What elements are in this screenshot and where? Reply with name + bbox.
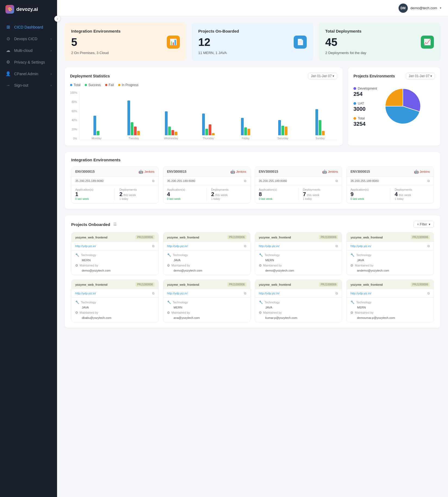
stat-card-icon: 📊: [167, 36, 180, 49]
sidebar-item-devops-cicd[interactable]: ⊙ Devops CICD ›: [0, 33, 57, 45]
stat-card-sub: 2 On Premises, 3 Cloud: [71, 51, 180, 55]
project-tech-value: JAVA: [82, 306, 89, 309]
project-details: 🔧 Technology MERN ⊙ Maintained by demoum…: [347, 298, 434, 322]
project-maintainer-value-row: demoumar.p@yozytech.com: [350, 316, 430, 319]
projects-env-date-range[interactable]: Jan 01-Jan 07 ▾: [406, 73, 435, 79]
project-tech-row: 🔧 Technology: [350, 300, 430, 304]
env-stat-deployments: Deployments 2 this week 1 today: [119, 188, 154, 200]
user-email: demo@tech.com: [411, 6, 437, 10]
project-url: http://ydp.yiz.in/: [75, 292, 96, 295]
project-card-6: yozyme_web_frontend PRJ1000006 http://yd…: [255, 279, 342, 322]
project-name: yozyme_web_frontend: [75, 283, 108, 286]
project-maintainer-value: kumar.p@yozytech.com: [265, 316, 297, 319]
copy-icon[interactable]: ⧉: [244, 179, 246, 183]
bar: [285, 127, 287, 135]
env-jenkins: 🤖 Jenkins: [414, 169, 430, 174]
copy-icon[interactable]: ⧉: [427, 179, 430, 183]
projects-grid: yozyme_web_frontend PRJ1000006 http://yd…: [71, 232, 434, 322]
bar-group-sunday: Sunday: [303, 109, 337, 140]
sidebar-item-cpanel-admin[interactable]: 👤 CPanel Admin ›: [0, 68, 57, 80]
bar: [315, 109, 318, 135]
copy-icon[interactable]: ⧉: [336, 179, 338, 183]
project-tech-value: MERN: [357, 306, 366, 309]
jenkins-icon: 🤖: [139, 169, 143, 174]
copy-icon[interactable]: ⧉: [336, 291, 338, 295]
project-tech-row: 🔧 Technology: [167, 253, 246, 257]
sidebar-item-cicd-dashboard[interactable]: ⊞ CICD Dashboard: [0, 21, 57, 33]
copy-icon[interactable]: ⧉: [152, 291, 155, 295]
project-maintainer-value: demoumar.p@yozytech.com: [357, 316, 395, 319]
env-stats: Application(s) 8 0 last week Deployments…: [255, 185, 342, 203]
maintainer-icon: ⊙: [167, 263, 170, 267]
project-tech-value-row: JAVA: [75, 306, 155, 309]
sidebar-icon-privacy-settings: ⚙: [5, 59, 11, 65]
bar: [244, 127, 247, 135]
y-label: 60%: [70, 110, 77, 113]
pie-chart: [383, 86, 423, 128]
project-name: yozyme_web_frontend: [350, 283, 383, 286]
filter-icon: ☰: [113, 222, 117, 227]
project-id: PRJ1000006: [319, 235, 338, 239]
arrow-icon: ›: [51, 72, 52, 76]
project-tech-row: 🔧 Technology: [259, 253, 338, 257]
legend-dot: [105, 84, 107, 86]
project-tech-value-row: JAVA: [350, 259, 430, 262]
env-stat-deployments: Deployments 4 this week 1 today: [395, 188, 430, 200]
sidebar-item-sign-out[interactable]: → Sign-out ›: [0, 80, 57, 91]
bar: [202, 114, 205, 135]
user-menu[interactable]: DM demo@tech.com ▾: [399, 4, 441, 13]
sidebar-item-privacy-settings[interactable]: ⚙ Privacy & Settings: [0, 56, 57, 68]
stat-card-value: 12: [198, 36, 211, 48]
y-label: 80%: [70, 100, 77, 103]
bar: [131, 122, 133, 135]
project-url-row: http://ydp.yiz.in/ ⧉: [255, 289, 342, 298]
copy-icon[interactable]: ⧉: [244, 291, 246, 295]
sidebar-icon-multi-cloud: ☁: [5, 48, 11, 53]
bar-group-thursday: Thursday: [191, 114, 225, 140]
project-id: PRJ1000006: [227, 235, 246, 239]
stat-card-sub: 11 MERN, 1 JAVA: [198, 51, 307, 55]
maintainer-icon: ⊙: [75, 311, 78, 314]
y-axis: 100%80%60%40%20%0%: [70, 91, 77, 140]
pie-legend-item-development: Development 254: [353, 87, 377, 97]
filter-button[interactable]: + Filter ▾: [413, 221, 434, 228]
env-name: ENV3000015: [259, 170, 278, 174]
env-name: ENV3000015: [75, 170, 95, 174]
bar: [241, 118, 244, 135]
project-url: http://ydp.yiz.in/: [350, 244, 371, 248]
sidebar-nav: ⊞ CICD Dashboard ⊙ Devops CICD › ☁ Multi…: [0, 18, 57, 497]
project-id: PRJ1000006: [136, 282, 155, 287]
sidebar-item-multi-cloud[interactable]: ☁ Multi-cloud ›: [0, 45, 57, 56]
tech-icon: 🔧: [167, 300, 171, 304]
legend-dot: [70, 84, 72, 86]
copy-icon[interactable]: ⧉: [152, 179, 155, 183]
maintainer-icon: ⊙: [167, 311, 170, 314]
project-card-header: yozyme_web_frontend PRJ1000006: [71, 280, 158, 289]
charts-row: Deployment Statistics Jan 01-Jan 07 ▾ To…: [65, 67, 440, 146]
project-tech-row: 🔧 Technology: [259, 300, 338, 304]
env-ip: 35.200.255.189:8080: [167, 179, 195, 183]
copy-icon[interactable]: ⧉: [427, 244, 430, 248]
copy-icon[interactable]: ⧉: [336, 244, 338, 248]
jenkins-icon: 🤖: [230, 169, 235, 174]
user-dropdown-arrow: ▾: [440, 6, 441, 10]
bar: [134, 127, 137, 135]
project-url: http://ydp.yiz.in/: [350, 292, 371, 295]
sidebar-icon-cicd-dashboard: ⊞: [5, 24, 11, 30]
bar: [319, 120, 321, 135]
sidebar-collapse-button[interactable]: ‹: [54, 16, 60, 22]
copy-icon[interactable]: ⧉: [244, 244, 246, 248]
tech-icon: 🔧: [167, 253, 171, 257]
y-label: 100%: [70, 91, 77, 94]
bar: [209, 124, 211, 135]
copy-icon[interactable]: ⧉: [427, 291, 430, 295]
deployment-stats-date-range[interactable]: Jan 01-Jan 07 ▾: [308, 73, 337, 79]
env-card-header: ENV3000015 🤖 Jenkins: [71, 167, 158, 177]
env-stat-divider: [298, 188, 299, 200]
user-avatar: DM: [399, 4, 408, 13]
tech-icon: 🔧: [350, 300, 355, 304]
copy-icon[interactable]: ⧉: [152, 244, 155, 248]
logo[interactable]: 🎨 devozy.ai: [0, 0, 57, 18]
content-area: Integration Environments 5 📊 2 On Premis…: [57, 16, 448, 341]
arrow-icon: ›: [51, 84, 52, 87]
